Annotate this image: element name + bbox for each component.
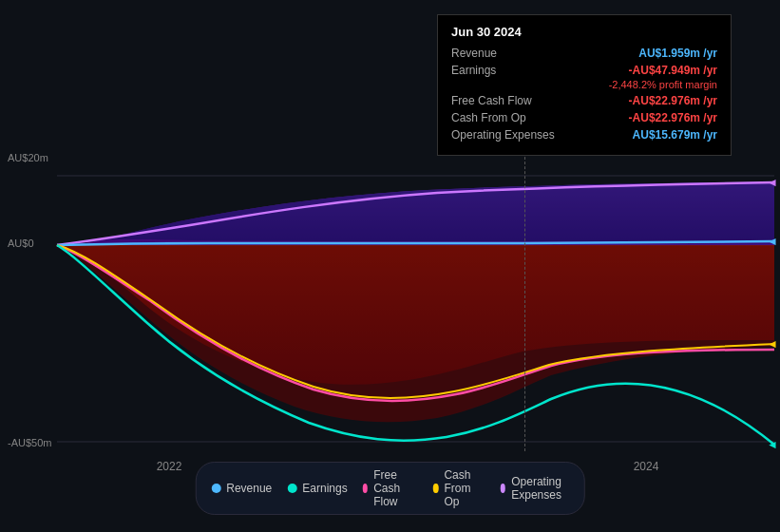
tooltip-date: Jun 30 2024: [451, 25, 717, 39]
tooltip-label-earnings: Earnings: [451, 64, 496, 77]
tooltip-value-revenue: AU$1.959m /yr: [638, 47, 717, 60]
legend-dot-opex: [501, 484, 506, 493]
vertical-line: [524, 147, 525, 451]
indicator-blue: ◄: [767, 235, 778, 248]
legend-dot-fcf: [363, 484, 369, 493]
chart-container: Jun 30 2024 Revenue AU$1.959m /yr Earnin…: [0, 0, 780, 532]
tooltip-label-opex: Operating Expenses: [451, 128, 555, 142]
tooltip-row-cashfromop: Cash From Op -AU$22.976m /yr: [451, 111, 717, 124]
x-label-2022: 2022: [157, 460, 182, 473]
legend-dot-revenue: [211, 484, 220, 493]
tooltip-row-fcf: Free Cash Flow -AU$22.976m /yr: [451, 94, 717, 107]
legend-dot-earnings: [287, 484, 296, 493]
legend-item-earnings[interactable]: Earnings: [287, 482, 347, 495]
tooltip-row-earnings: Earnings -AU$47.949m /yr: [451, 64, 717, 77]
legend-label-opex: Operating Expenses: [511, 475, 569, 502]
legend-label-fcf: Free Cash Flow: [373, 468, 418, 508]
indicator-orange: ◄: [767, 337, 778, 351]
tooltip-row-opex: Operating Expenses AU$15.679m /yr: [451, 128, 717, 142]
legend-label-cashfromop: Cash From Op: [444, 468, 485, 508]
legend-item-fcf[interactable]: Free Cash Flow: [363, 468, 418, 508]
legend-label-earnings: Earnings: [302, 482, 347, 495]
tooltip-label-revenue: Revenue: [451, 47, 497, 60]
x-label-2024: 2024: [634, 460, 659, 473]
tooltip-value-fcf: -AU$22.976m /yr: [629, 94, 717, 107]
legend-item-opex[interactable]: Operating Expenses: [501, 475, 569, 502]
tooltip-row-revenue: Revenue AU$1.959m /yr: [451, 47, 717, 60]
tooltip-value-cashfromop: -AU$22.976m /yr: [629, 111, 717, 124]
tooltip-value-earnings: -AU$47.949m /yr: [629, 64, 717, 77]
tooltip-profit-margin: -2,448.2% profit margin: [451, 79, 717, 90]
tooltip-value-opex: AU$15.679m /yr: [633, 128, 717, 142]
legend: Revenue Earnings Free Cash Flow Cash Fro…: [195, 462, 585, 515]
legend-label-revenue: Revenue: [226, 482, 272, 495]
tooltip-label-fcf: Free Cash Flow: [451, 94, 532, 107]
legend-item-cashfromop[interactable]: Cash From Op: [433, 468, 485, 508]
tooltip-label-cashfromop: Cash From Op: [451, 111, 526, 124]
legend-dot-cashfromop: [433, 484, 439, 493]
indicator-purple: ◄: [767, 176, 778, 189]
tooltip-box: Jun 30 2024 Revenue AU$1.959m /yr Earnin…: [437, 14, 732, 156]
indicator-teal: ◄: [767, 438, 778, 451]
legend-item-revenue[interactable]: Revenue: [211, 482, 272, 495]
